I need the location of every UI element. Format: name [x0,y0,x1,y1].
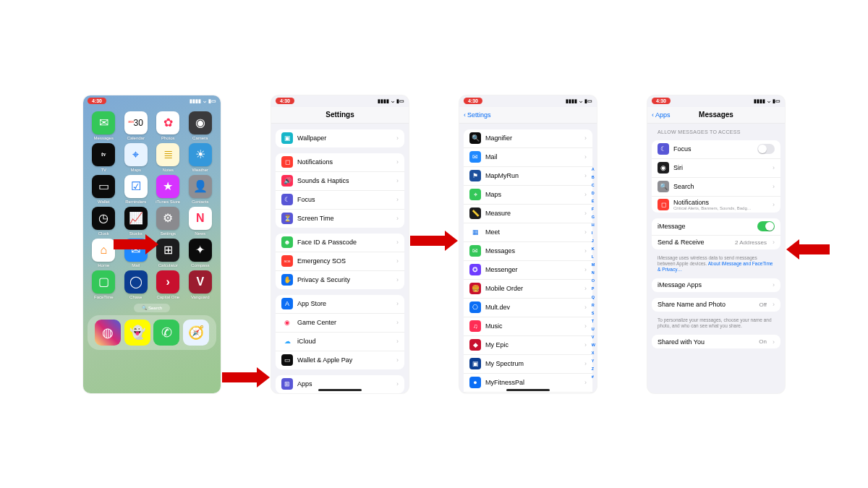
app-row-maps[interactable]: ⌖Maps› [464,186,592,205]
settings-row-privacy-security[interactable]: ✋Privacy & Security› [276,271,404,289]
back-button[interactable]: ‹ Apps [652,107,671,123]
dock-phone-icon[interactable]: ✆ [153,320,179,346]
send-receive-row[interactable]: Send & Receive 2 Addresses › [652,236,780,249]
alpha-F[interactable]: F [592,207,595,211]
alpha-R[interactable]: R [592,303,595,307]
row-label: MapMyRun [485,172,580,179]
settings-row-icloud[interactable]: ☁︎iCloud› [276,333,404,351]
app-settings[interactable]: ⚙︎Settings [152,207,184,236]
app-weather[interactable]: ☀︎Weather [184,143,217,172]
alpha-X[interactable]: X [592,351,595,355]
app-row-magnifier[interactable]: 🔍Magnifier› [464,129,592,148]
alpha-N[interactable]: N [592,270,595,275]
dock-snapchat-icon[interactable]: 👻 [124,320,150,346]
app-row-my-epic[interactable]: ◆My Epic› [464,336,592,355]
app-calculator[interactable]: ⊞Calculator [152,239,184,267]
settings-row-face-id-passcode[interactable]: ☻Face ID & Passcode› [276,234,404,252]
app-row-my-spectrum[interactable]: ▣My Spectrum› [464,355,592,374]
app-photos[interactable]: ✿Photos [152,111,184,140]
alpha-S[interactable]: S [592,311,595,315]
app-chase[interactable]: ◯Chase [120,270,153,299]
app-wallet[interactable]: ▭Wallet [88,175,120,204]
app-vanguard[interactable]: VVanguard [184,270,217,299]
allow-row-search[interactable]: 🔍Search› [652,178,780,197]
app-itunes-store[interactable]: ★iTunes Store [152,175,184,204]
alpha-B[interactable]: B [592,175,595,179]
imessage-toggle[interactable] [757,221,775,231]
alpha-C[interactable]: C [592,183,595,187]
alpha-#[interactable]: # [592,374,595,379]
settings-row-wallpaper[interactable]: ▣Wallpaper› [276,129,404,147]
alpha-W[interactable]: W [592,343,595,347]
app-row-meet[interactable]: ▦Meet› [464,223,592,242]
alpha-K[interactable]: K [592,247,595,251]
focus-toggle[interactable] [757,144,775,154]
app-compass[interactable]: ✦Compass [184,239,217,267]
app-maps[interactable]: ⌖Maps [120,143,153,172]
alpha-O[interactable]: O [592,278,595,283]
app-row-mult-dev[interactable]: ⎔Mult.dev› [464,299,592,317]
app-camera[interactable]: ◉Camera [184,111,217,140]
app-row-myq[interactable]: QmyQ› [464,393,592,393]
app-messages[interactable]: ✉︎Messages [88,111,120,140]
app-row-music[interactable]: ♫Music› [464,317,592,336]
imessage-toggle-row[interactable]: iMessage [652,218,780,236]
alpha-Q[interactable]: Q [592,295,595,299]
app-contacts[interactable]: 👤Contacts [184,175,217,204]
alpha-T[interactable]: T [592,319,595,323]
alpha-M[interactable]: M [592,262,595,267]
settings-row-wallet-apple-pay[interactable]: ▭Wallet & Apple Pay› [276,351,404,369]
settings-list[interactable]: ▣Wallpaper›◻︎Notifications›🔊Sounds & Hap… [271,124,409,393]
app-mail[interactable]: ✉︎Mail [120,239,153,267]
settings-row-focus[interactable]: ☾Focus› [276,191,404,210]
alpha-L[interactable]: L [592,254,595,259]
back-button[interactable]: ‹ Settings [464,107,491,123]
allow-row-siri[interactable]: ◉Siri› [652,159,780,178]
app-row-messages[interactable]: ✉︎Messages› [464,242,592,261]
apps-list[interactable]: 🔍Magnifier›✉︎Mail›⚑MapMyRun›⌖Maps›📏Measu… [459,124,597,393]
app-stocks[interactable]: 📈Stocks [120,207,153,236]
alpha-I[interactable]: I [592,231,595,235]
alpha-D[interactable]: D [592,191,595,195]
app-capital-one[interactable]: ›Capital One [152,270,184,299]
shared-with-you-row[interactable]: Shared with You On › [652,335,780,348]
app-reminders[interactable]: ☑︎Reminders [120,175,153,204]
settings-row-sounds-haptics[interactable]: 🔊Sounds & Haptics› [276,172,404,191]
settings-row-notifications[interactable]: ◻︎Notifications› [276,153,404,172]
app-row-mail[interactable]: ✉︎Mail› [464,148,592,167]
allow-row-focus[interactable]: ☾Focus [652,140,780,159]
alpha-index[interactable]: ABCDEFGHIJKLMNOPQRSTUVWXYZ# [592,167,595,380]
app-home[interactable]: ⌂Home [88,239,120,267]
app-news[interactable]: NNews [184,207,217,236]
messages-settings-list[interactable]: ALLOW MESSAGES TO ACCESS ☾Focus◉Siri›🔍Se… [647,124,785,393]
alpha-G[interactable]: G [592,215,595,219]
app-row-mobile-order[interactable]: 🍔Mobile Order› [464,280,592,299]
alpha-P[interactable]: P [592,286,595,291]
app-notes[interactable]: ≣Notes [152,143,184,172]
alpha-Z[interactable]: Z [592,367,595,371]
settings-row-game-center[interactable]: ◉Game Center› [276,314,404,333]
dock-safari-icon[interactable]: 🧭 [183,320,209,346]
alpha-A[interactable]: A [592,167,595,171]
imessage-apps-row[interactable]: iMessage Apps › [652,278,780,292]
alpha-U[interactable]: U [592,327,595,331]
search-pill[interactable]: 🔍 Search [134,304,170,312]
app-calendar[interactable]: MON30Calendar [120,111,153,140]
alpha-E[interactable]: E [592,199,595,203]
settings-row-emergency-sos[interactable]: SOSEmergency SOS› [276,252,404,271]
app-row-mapmyrun[interactable]: ⚑MapMyRun› [464,167,592,186]
app-row-messenger[interactable]: ✪Messenger› [464,261,592,280]
alpha-H[interactable]: H [592,223,595,227]
alpha-V[interactable]: V [592,335,595,339]
app-tv[interactable]: tvTV [88,143,120,172]
app-clock[interactable]: ◷Clock [88,207,120,236]
allow-row-notifications[interactable]: ◻︎NotificationsCritical Alerts, Banners,… [652,197,780,213]
app-facetime[interactable]: ▢FaceTime [88,270,120,299]
alpha-Y[interactable]: Y [592,359,595,363]
alpha-J[interactable]: J [592,239,595,243]
settings-row-app-store[interactable]: AApp Store› [276,295,404,314]
dock-instagram-icon[interactable]: ◍ [95,320,121,346]
share-name-photo-row[interactable]: Share Name and Photo Off › [652,298,780,312]
app-row-measure[interactable]: 📏Measure› [464,205,592,223]
settings-row-screen-time[interactable]: ⏳Screen Time› [276,210,404,228]
